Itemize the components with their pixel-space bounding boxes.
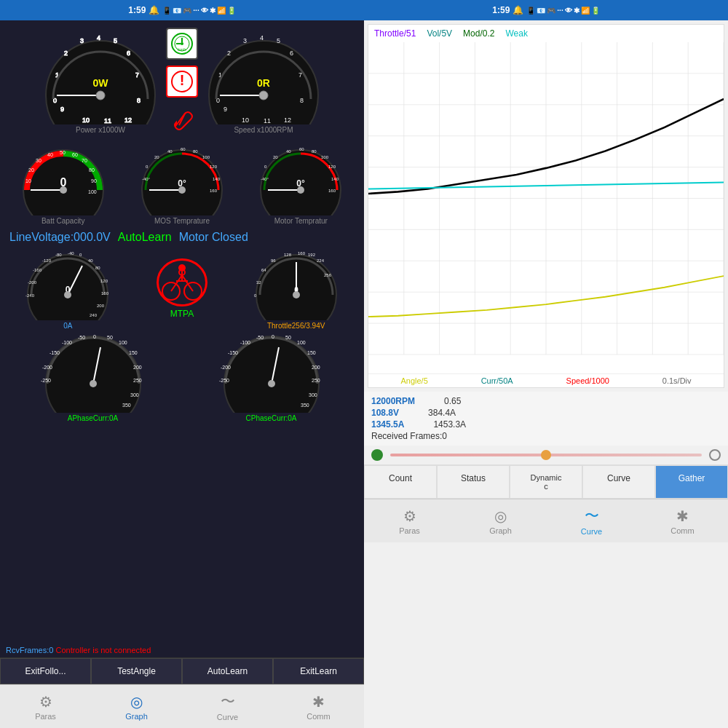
left-nav-comm[interactable]: ✱ Comm — [273, 685, 364, 728]
voltage-stat: 108.8V — [371, 408, 399, 418]
controller-status: Controller is not connected — [55, 646, 151, 654]
right-panel: 1:59 🔔 📱 📧 🎮 ··· 👁 ✱ 📶 🔋 Throttle/51 Vol… — [364, 0, 728, 728]
svg-text:3: 3 — [243, 37, 247, 44]
left-nav-comm-label: Comm — [306, 712, 330, 721]
mtpa-circle — [157, 258, 207, 306]
svg-text:20: 20 — [28, 167, 34, 173]
exit-follow-button[interactable]: ExitFollo... — [0, 658, 91, 684]
svg-text:140: 140 — [213, 177, 221, 181]
left-nav-curve[interactable]: 〜 Curve — [182, 685, 273, 728]
svg-text:-200: -200 — [221, 365, 231, 370]
svg-text:8: 8 — [300, 97, 304, 104]
svg-text:50: 50 — [107, 335, 113, 340]
slider-track[interactable] — [390, 454, 702, 456]
svg-text:6: 6 — [290, 50, 293, 57]
weak-chart-label: Weak — [505, 28, 527, 39]
side-icons: kmh ! — [166, 28, 198, 135]
svg-text:5: 5 — [114, 37, 117, 44]
svg-text:200: 200 — [312, 365, 320, 370]
auto-learn-button[interactable]: AutoLearn — [182, 658, 273, 684]
svg-point-21 — [181, 42, 183, 45]
svg-text:0: 0 — [272, 334, 274, 339]
svg-text:5: 5 — [277, 37, 280, 44]
svg-text:60: 60 — [72, 152, 78, 157]
graph-icon: ◎ — [130, 693, 143, 711]
mod-chart-label: Mod/0.2 — [463, 28, 494, 39]
svg-text:50: 50 — [60, 150, 66, 155]
auto-learn: AutoLearn — [118, 231, 172, 244]
svg-text:0W: 0W — [93, 77, 109, 89]
right-graph-icon: ◎ — [494, 507, 507, 525]
svg-text:250: 250 — [312, 378, 320, 383]
svg-text:9: 9 — [60, 106, 64, 113]
gauges-row1: 0 1 2 3 4 5 6 7 8 9 10 11 12 — [4, 24, 360, 139]
right-bluetooth-icon: ✱ — [676, 507, 689, 525]
right-tab-buttons: Count Status Dynamicc Curve Gather — [364, 464, 728, 499]
warning-icon: ! — [170, 70, 194, 93]
svg-text:192: 192 — [308, 253, 316, 257]
line-voltage: LineVoltage:000.0V — [9, 231, 111, 244]
left-panel: 1:59 🔔 📱 📧 🎮 ··· 👁 ✱ 📶 🔋 — [0, 0, 364, 728]
bottom-status: RcvFrames:0 Controller is not connected — [0, 643, 364, 657]
svg-text:160: 160 — [101, 291, 109, 296]
dynamic-tab[interactable]: Dynamicc — [510, 465, 582, 499]
right-nav-comm[interactable]: ✱ Comm — [637, 499, 728, 542]
svg-point-41 — [259, 91, 268, 100]
svg-text:224: 224 — [317, 258, 325, 263]
right-bottom-nav: ⚙ Paras ◎ Graph 〜 Curve ✱ Comm — [364, 499, 728, 542]
left-nav-paras[interactable]: ⚙ Paras — [0, 685, 91, 728]
svg-text:70: 70 — [82, 158, 87, 163]
svg-text:11: 11 — [104, 117, 111, 124]
right-nav-curve[interactable]: 〜 Curve — [546, 499, 637, 542]
svg-text:-100: -100 — [240, 340, 250, 345]
svg-text:40: 40 — [286, 149, 291, 154]
exit-learn-button[interactable]: ExitLearn — [273, 658, 364, 684]
right-nav-graph[interactable]: ◎ Graph — [455, 499, 546, 542]
svg-text:60: 60 — [299, 147, 304, 151]
count-tab[interactable]: Count — [364, 465, 437, 499]
wrench-icon — [170, 108, 194, 131]
current-gauge-svg: -240 -200 -160 -120 -80 -40 0 40 80 120 … — [24, 248, 111, 320]
svg-text:-40°: -40° — [261, 177, 269, 181]
stats-area: 12000RPM 0.65 108.8V 384.4A 1345.5A 1453… — [364, 392, 728, 446]
slider-thumb[interactable] — [541, 450, 551, 460]
curve-tab[interactable]: Curve — [582, 465, 655, 499]
mos-label: MOS Temprature — [154, 217, 210, 225]
svg-text:32: 32 — [256, 280, 261, 285]
left-icons: 📱 📧 🎮 ··· 👁 ✱ 📶 🔋 — [162, 7, 235, 15]
left-content: 0 1 2 3 4 5 6 7 8 9 10 11 12 — [0, 20, 364, 643]
speed-gauge: 0 1 2 3 4 5 6 7 8 9 10 11 12 — [205, 30, 322, 134]
left-nav-graph[interactable]: ◎ Graph — [91, 685, 182, 728]
stats-row3: 1345.5A 1453.3A — [371, 419, 721, 430]
motor-closed: Motor Closed — [179, 231, 248, 244]
svg-text:160: 160 — [298, 251, 306, 256]
svg-text:-200: -200 — [28, 280, 37, 285]
right-nav-paras[interactable]: ⚙ Paras — [364, 499, 455, 542]
left-status-icons: 🔔 — [149, 5, 159, 15]
throttle-label: Throttle256/3.94V — [267, 322, 325, 330]
svg-text:-160: -160 — [33, 268, 42, 272]
gather-tab[interactable]: Gather — [655, 465, 728, 499]
svg-text:40: 40 — [167, 149, 173, 154]
svg-text:6: 6 — [127, 50, 130, 57]
power-gauge-svg: 0 1 2 3 4 5 6 7 8 9 10 11 12 — [42, 30, 159, 124]
motor-temp-gauge-svg: -40° 0 20 40 60 80 100 120 140 160 0° — [257, 143, 344, 215]
status-tab[interactable]: Status — [437, 465, 510, 499]
stats-row1: 12000RPM 0.65 — [371, 396, 721, 406]
gauges-row2: 10 20 30 40 50 60 70 80 90 100 0 — [4, 139, 360, 229]
svg-text:90: 90 — [91, 178, 97, 183]
batt-gauge: 10 20 30 40 50 60 70 80 90 100 0 — [20, 143, 107, 225]
chart-svg — [368, 42, 724, 373]
svg-text:-50: -50 — [78, 335, 85, 340]
speed-gauge-svg: 0 1 2 3 4 5 6 7 8 9 10 11 12 — [205, 30, 322, 124]
current-gauge: -240 -200 -160 -120 -80 -40 0 40 80 120 … — [24, 248, 111, 330]
svg-text:2: 2 — [227, 50, 231, 57]
test-angle-button[interactable]: TestAngle — [91, 658, 182, 684]
mtpa-label: MTPA — [170, 309, 194, 319]
svg-text:200: 200 — [133, 365, 142, 370]
svg-point-70 — [178, 186, 186, 194]
batt-gauge-svg: 10 20 30 40 50 60 70 80 90 100 0 — [20, 143, 107, 215]
svg-text:100: 100 — [321, 155, 329, 159]
svg-text:4: 4 — [97, 34, 100, 41]
svg-point-84 — [297, 186, 304, 194]
